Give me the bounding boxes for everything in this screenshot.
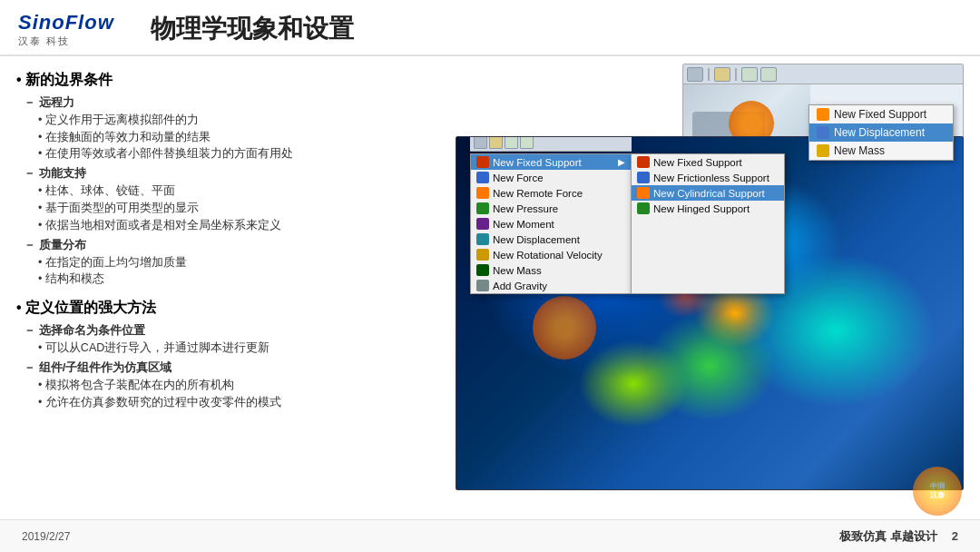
db-label-fixed: New Fixed Support <box>493 157 582 168</box>
db-arrow-fixed: ▶ <box>618 157 625 167</box>
db-item-gravity[interactable]: Add Gravity <box>471 278 631 293</box>
dropdown-small-label-3: New Mass <box>834 144 885 157</box>
db-sub-item-hinged[interactable]: New Hinged Support <box>632 201 784 216</box>
fea-3d-area: New Fixed Support ▶ New Force New Remote… <box>456 136 964 490</box>
dropdown-big-wrapper: New Fixed Support ▶ New Force New Remote… <box>470 153 785 294</box>
db-item-fixed-support[interactable]: New Fixed Support ▶ <box>471 154 631 170</box>
db-item-rotational[interactable]: New Rotational Velocity <box>471 247 631 262</box>
small-toolbar <box>683 64 963 84</box>
big-tb-btn-1[interactable] <box>474 137 487 149</box>
db-item-pressure[interactable]: New Pressure <box>471 201 631 216</box>
di-icon-mass <box>817 144 829 157</box>
sub-title-named-selection: 选择命名为条件位置 <box>24 321 388 340</box>
watermark-logo: 中润汉泰 <box>913 467 962 516</box>
dropdown-small-label-1: New Fixed Support <box>834 108 926 121</box>
db-sub-icon-frictionless <box>637 172 650 183</box>
dropdown-small-item-2[interactable]: New Displacement <box>809 123 953 142</box>
tb-btn-4[interactable] <box>760 67 777 82</box>
db-label-remote: New Remote Force <box>493 188 583 199</box>
sub-title-mass-dist: 质量分布 <box>24 236 388 254</box>
tb-btn-3[interactable] <box>741 67 758 82</box>
fea-sphere <box>533 296 596 360</box>
tb-separator <box>708 68 710 81</box>
bullet-3-2: 结构和模态 <box>38 271 388 288</box>
logo-sino-text: Sino <box>18 11 65 34</box>
db-sub-item-frictionless[interactable]: New Frictionless Support <box>632 170 784 185</box>
db-icon-disp <box>476 233 489 245</box>
logo-subtitle: 汉泰 科技 <box>18 34 70 48</box>
db-item-mass[interactable]: New Mass <box>471 262 631 278</box>
db-label-mass: New Mass <box>493 265 542 276</box>
tb-btn-2[interactable] <box>714 67 730 82</box>
di-icon-fixed <box>817 108 829 121</box>
big-tb-btn-3[interactable] <box>505 137 518 149</box>
footer: 2019/2/27 极致仿真 卓越设计 2 <box>0 519 980 552</box>
logo-sinoflow: SinoFlow <box>18 11 114 34</box>
db-icon-gravity <box>476 280 489 291</box>
big-tb-btn-4[interactable] <box>520 137 534 149</box>
db-sub-icon-cylindrical <box>637 187 650 199</box>
db-icon-remote <box>476 187 489 199</box>
db-item-displacement[interactable]: New Displacement <box>471 232 631 247</box>
dropdown-big-sub: New Fixed Support New Frictionless Suppo… <box>631 153 785 294</box>
db-sub-label-fixed: New Fixed Support <box>653 157 742 168</box>
db-icon-rot <box>476 249 489 261</box>
bullet-5-1: 模拟将包含子装配体在内的所有机构 <box>38 377 388 394</box>
fea-inner: New Fixed Support ▶ New Force New Remote… <box>456 137 963 489</box>
bullet-2-1: 柱体、球体、铰链、平面 <box>38 182 388 200</box>
bullet-2-2: 基于面类型的可用类型的显示 <box>38 200 388 217</box>
section1-title: 新的边界条件 <box>16 69 388 92</box>
db-sub-icon-hinged <box>637 202 650 214</box>
db-icon-pressure <box>476 202 489 214</box>
big-tb-btn-2[interactable] <box>489 137 503 149</box>
db-label-moment: New Moment <box>493 219 554 230</box>
dropdown-small-item-3[interactable]: New Mass <box>809 142 953 160</box>
logo-flow-text: Flow <box>65 11 114 34</box>
section2-title: 定义位置的强大方法 <box>16 297 388 320</box>
footer-page: 2 <box>952 529 958 543</box>
db-item-remote-force[interactable]: New Remote Force <box>471 185 631 201</box>
di-icon-displacement <box>817 126 829 139</box>
db-icon-force <box>476 172 489 183</box>
bullet-1-1: 定义作用于远离模拟部件的力 <box>38 112 388 129</box>
bullet-5-2: 允许在仿真参数研究的过程中改变零件的模式 <box>38 394 388 411</box>
db-label-pressure: New Pressure <box>493 203 558 214</box>
db-sub-label-hinged: New Hinged Support <box>653 203 750 214</box>
db-label-rot: New Rotational Velocity <box>493 250 603 261</box>
sub-title-component: 组件/子组件作为仿真区域 <box>24 359 388 377</box>
footer-right: 极致仿真 卓越设计 2 <box>839 528 958 545</box>
db-icon-red <box>476 156 489 168</box>
db-sub-label-cylindrical: New Cylindrical Support <box>653 188 765 199</box>
sub-title-remote-force: 远程力 <box>24 94 388 112</box>
db-icon-moment <box>476 218 489 230</box>
db-sub-label-frictionless: New Frictionless Support <box>653 172 769 183</box>
page-title: 物理学现象和设置 <box>151 12 354 46</box>
db-sub-item-cylindrical[interactable]: New Cylindrical Support <box>632 185 784 201</box>
bullet-1-3: 在使用等效或者小部件替换组装力的方面有用处 <box>38 145 388 163</box>
db-icon-mass <box>476 264 489 276</box>
footer-date: 2019/2/27 <box>22 530 70 543</box>
db-sub-icon-fixed <box>637 156 650 168</box>
dropdown-big-main: New Fixed Support ▶ New Force New Remote… <box>470 153 632 294</box>
db-label-force: New Force <box>493 172 544 183</box>
dropdown-small-label-2: New Displacement <box>834 126 925 139</box>
right-column: New Fixed Support New Displacement New M… <box>397 64 964 516</box>
bullet-3-1: 在指定的面上均匀增加质量 <box>38 254 388 271</box>
tb-separator2 <box>735 68 737 81</box>
big-toolbar-row <box>470 137 632 152</box>
db-item-moment[interactable]: New Moment <box>471 216 631 232</box>
watermark-circle: 中润汉泰 <box>913 467 962 516</box>
bullet-2-3: 依据当地相对面或者是相对全局坐标系来定义 <box>38 217 388 234</box>
sub-title-functional-support: 功能支持 <box>24 164 388 182</box>
db-item-force[interactable]: New Force <box>471 170 631 185</box>
dropdown-small: New Fixed Support New Displacement New M… <box>808 104 954 161</box>
bullet-1-2: 在接触面的等效力和动量的结果 <box>38 129 388 146</box>
db-sub-item-fixed[interactable]: New Fixed Support <box>632 154 784 170</box>
db-label-disp: New Displacement <box>493 234 580 245</box>
tb-btn-1[interactable] <box>687 67 703 82</box>
footer-slogan: 极致仿真 卓越设计 <box>839 528 937 545</box>
db-label-gravity: Add Gravity <box>493 281 547 291</box>
dropdown-small-item-1[interactable]: New Fixed Support <box>809 105 953 123</box>
main-content: 新的边界条件 远程力 定义作用于远离模拟部件的力 在接触面的等效力和动量的结果 … <box>0 56 980 519</box>
bullet-4-1: 可以从CAD进行导入，并通过脚本进行更新 <box>38 340 388 357</box>
